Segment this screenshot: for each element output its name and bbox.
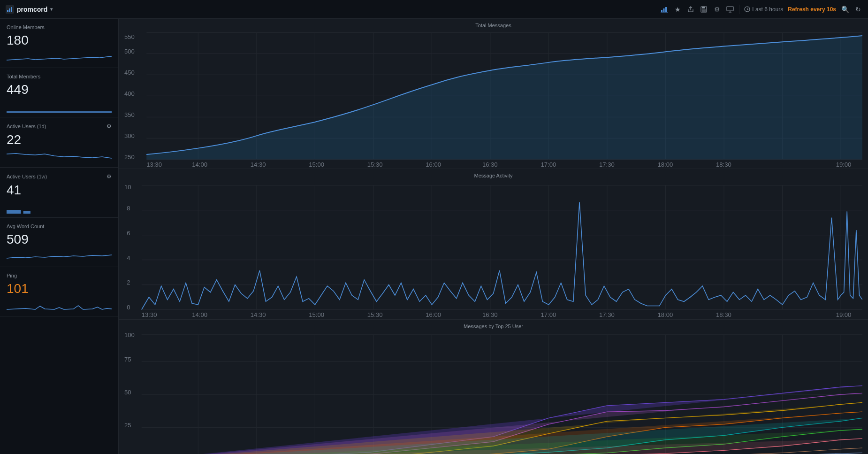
svg-rect-9: [702, 9, 706, 12]
chart-panel-message-activity: Message Activity 0 2 4 6 8 10: [119, 169, 868, 319]
bar-chart-icon[interactable]: [660, 5, 669, 14]
stat-card-active-1w: Active Users (1w) ⚙ 41: [0, 168, 118, 218]
svg-rect-8: [702, 7, 705, 8]
svg-text:18:00: 18:00: [657, 312, 673, 317]
chart-svg-message-activity: 0 2 4 6 8 10: [124, 180, 862, 317]
monitor-icon[interactable]: [726, 5, 734, 14]
app-logo-icon: [6, 5, 14, 14]
stat-card-ping: Ping 101: [0, 267, 118, 316]
svg-rect-13: [7, 210, 21, 214]
sparkline-ping: [7, 299, 112, 312]
time-range-label: Last 6 hours: [752, 6, 783, 13]
svg-rect-5: [663, 8, 665, 12]
svg-text:0: 0: [127, 304, 130, 311]
clock-icon: [744, 6, 750, 12]
svg-text:19:00: 19:00: [836, 161, 852, 167]
save-icon[interactable]: [700, 5, 708, 14]
svg-text:450: 450: [124, 69, 135, 76]
svg-text:14:30: 14:30: [251, 161, 266, 167]
sparkline-active-1w: [7, 200, 112, 214]
svg-rect-12: [7, 111, 112, 113]
svg-text:14:00: 14:00: [192, 312, 207, 317]
svg-text:250: 250: [124, 154, 135, 161]
search-icon[interactable]: 🔍: [841, 5, 849, 14]
stat-value-ping: 101: [7, 281, 112, 296]
svg-text:500: 500: [124, 48, 135, 55]
svg-rect-3: [11, 7, 12, 12]
svg-text:13:30: 13:30: [142, 312, 157, 317]
svg-text:14:00: 14:00: [192, 161, 207, 167]
stat-value-online-members: 180: [7, 33, 112, 48]
svg-text:15:30: 15:30: [367, 312, 383, 317]
svg-text:15:00: 15:00: [309, 161, 324, 167]
topbar-divider: [739, 5, 739, 14]
sparkline-total-members: [7, 100, 112, 113]
refresh-rate-label[interactable]: Refresh every 10s: [788, 6, 836, 13]
stat-card-avg-word-count: Avg Word Count 509: [0, 218, 118, 267]
svg-text:17:30: 17:30: [599, 161, 615, 167]
stat-value-avg-word-count: 509: [7, 232, 112, 247]
svg-text:16:30: 16:30: [482, 161, 498, 167]
stat-value-active-1w: 41: [7, 183, 112, 198]
svg-text:13:30: 13:30: [146, 161, 162, 167]
stat-value-total-members: 449: [7, 82, 112, 97]
svg-text:17:30: 17:30: [599, 312, 615, 317]
svg-text:16:00: 16:00: [426, 161, 441, 167]
svg-rect-2: [9, 8, 10, 12]
app-logo[interactable]: promcord ▾: [6, 5, 53, 14]
topbar-time: Last 6 hours: [744, 6, 783, 13]
svg-text:17:00: 17:00: [541, 161, 556, 167]
stat-card-active-1d: Active Users (1d) ⚙ 22: [0, 117, 118, 168]
gear-icon-active-1w[interactable]: ⚙: [107, 173, 112, 180]
chart-title-top-25: Messages by Top 25 User: [124, 323, 862, 329]
gear-icon-active-1d[interactable]: ⚙: [107, 123, 112, 130]
app-chevron: ▾: [50, 7, 53, 12]
stat-card-total-members: Total Members 449: [0, 68, 118, 117]
stat-title-ping: Ping: [7, 273, 112, 278]
svg-text:16:00: 16:00: [426, 312, 441, 317]
svg-text:100: 100: [124, 331, 135, 339]
stat-title-active-1d: Active Users (1d) ⚙: [7, 123, 112, 130]
stat-value-active-1d: 22: [7, 132, 112, 147]
svg-rect-6: [665, 7, 667, 12]
svg-text:550: 550: [124, 33, 135, 40]
svg-text:50: 50: [124, 389, 131, 396]
svg-text:19:00: 19:00: [836, 312, 852, 317]
svg-rect-4: [661, 10, 662, 12]
sparkline-active-1d: [7, 150, 112, 163]
svg-rect-1: [7, 10, 8, 12]
svg-text:300: 300: [124, 132, 135, 139]
svg-text:18:30: 18:30: [716, 161, 731, 167]
svg-text:25: 25: [124, 422, 131, 429]
chart-panel-total-messages: Total Messages 250 300 350 400 450 500 5…: [119, 19, 868, 169]
main-layout: Online Members 180 Total Members 449: [0, 19, 868, 454]
svg-text:15:30: 15:30: [367, 161, 383, 167]
share-icon[interactable]: [686, 5, 695, 14]
topbar: promcord ▾ ★ ⚙ Last 6 hours Refresh ever…: [0, 0, 868, 19]
svg-text:2: 2: [127, 279, 130, 286]
refresh-icon[interactable]: ↻: [854, 5, 862, 14]
svg-text:6: 6: [127, 230, 130, 237]
svg-text:15:00: 15:00: [309, 312, 324, 317]
stat-title-total-members: Total Members: [7, 74, 112, 79]
stat-card-online-members: Online Members 180: [0, 19, 118, 68]
settings-icon[interactable]: ⚙: [713, 5, 721, 14]
svg-text:8: 8: [127, 205, 130, 212]
sidebar: Online Members 180 Total Members 449: [0, 19, 119, 454]
app-name: promcord: [17, 6, 47, 13]
svg-text:400: 400: [124, 90, 135, 97]
sparkline-avg-word-count: [7, 250, 112, 263]
svg-text:17:00: 17:00: [541, 312, 556, 317]
star-icon[interactable]: ★: [673, 5, 682, 14]
svg-text:4: 4: [127, 254, 130, 262]
chart-panel-top-25: Messages by Top 25 User 0 25 50 75 100: [119, 320, 868, 454]
chart-svg-top-25: 0 25 50 75 100: [124, 331, 862, 454]
svg-text:350: 350: [124, 111, 135, 118]
svg-text:10: 10: [124, 184, 131, 191]
svg-text:18:30: 18:30: [716, 312, 731, 317]
stat-title-avg-word-count: Avg Word Count: [7, 223, 112, 229]
chart-title-message-activity: Message Activity: [124, 173, 862, 178]
chart-svg-total-messages: 250 300 350 400 450 500 550: [124, 30, 862, 167]
svg-text:16:30: 16:30: [482, 312, 498, 317]
topbar-icons: ★ ⚙ Last 6 hours Refresh every 10s 🔍 ↻: [660, 5, 862, 14]
